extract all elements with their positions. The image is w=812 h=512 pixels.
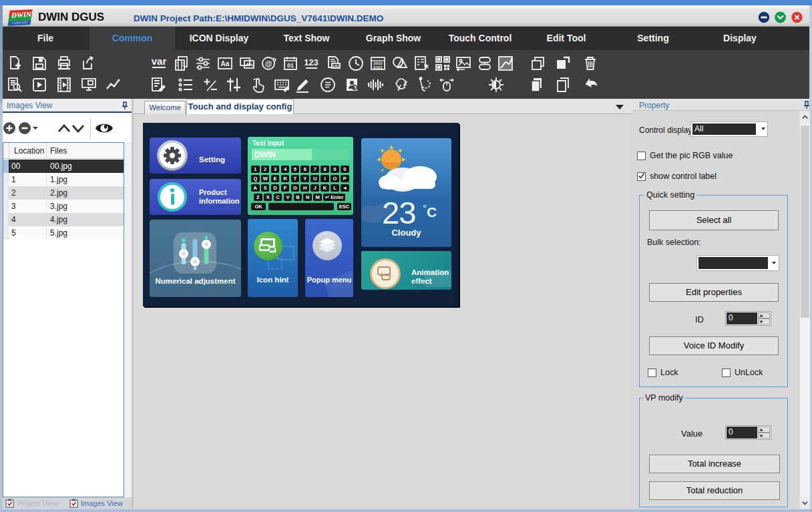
- svg-text:0101: 0101: [373, 65, 383, 69]
- svg-text:@: @: [265, 59, 272, 67]
- svg-text:01: 01: [287, 62, 294, 69]
- svg-text:var: var: [152, 55, 167, 67]
- svg-text:123: 123: [304, 57, 319, 67]
- svg-text:1X1: 1X1: [333, 64, 339, 68]
- svg-text:Aa: Aa: [221, 60, 230, 67]
